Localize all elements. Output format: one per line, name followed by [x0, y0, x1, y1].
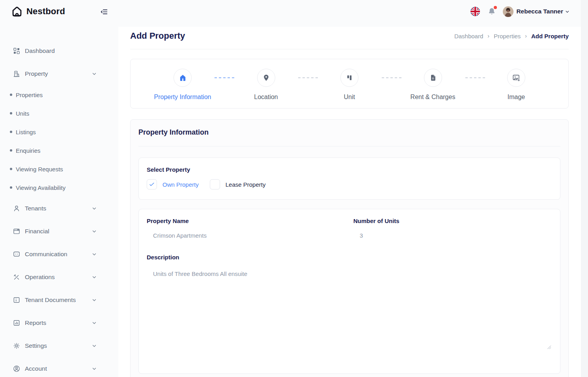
property-subnav: Properties Units Listings Enquiries View…	[0, 89, 118, 193]
sidebar-item-settings[interactable]: Settings	[0, 338, 118, 354]
chevron-down-icon	[91, 71, 97, 77]
sidebar: Nestbord Dashboard Prop	[0, 0, 118, 377]
lease-property-checkbox[interactable]	[210, 179, 220, 189]
dashboard-icon	[13, 47, 21, 55]
sidebar-subitem-viewing-availability[interactable]: Viewing Availability	[0, 182, 118, 193]
step-image[interactable]: Image	[485, 59, 548, 108]
sidebar-subitem-label: Viewing Requests	[16, 166, 63, 173]
own-property-option[interactable]: Own Property	[147, 179, 199, 189]
own-property-label: Own Property	[162, 181, 199, 188]
sidebar-subitem-enquiries[interactable]: Enquiries	[0, 144, 118, 156]
user-name[interactable]: Rebecca Tanner	[516, 8, 563, 15]
step-label: Rent & Charges	[411, 94, 455, 101]
step-location[interactable]: Location	[235, 59, 298, 108]
sidebar-item-tenants[interactable]: Tenants	[0, 201, 118, 216]
sidebar-item-reports[interactable]: Reports	[0, 315, 118, 331]
image-plus-icon	[512, 73, 521, 82]
property-name-label: Property Name	[147, 218, 345, 224]
sidebar-item-dashboard[interactable]: Dashboard	[0, 43, 118, 59]
chevron-down-icon	[91, 274, 97, 280]
sidebar-item-account[interactable]: Account	[0, 361, 118, 377]
bullet-dot	[10, 149, 12, 152]
sidebar-item-communication[interactable]: Communication	[0, 246, 118, 262]
sidebar-item-label: Settings	[25, 342, 47, 349]
sidebar-subitem-listings[interactable]: Listings	[0, 126, 118, 138]
collapse-sidebar-icon[interactable]	[100, 8, 108, 16]
section-title: Property Information	[138, 128, 560, 137]
sidebar-item-financial[interactable]: Financial	[0, 223, 118, 239]
step-label: Unit	[344, 94, 355, 101]
sidebar-subitem-label: Units	[16, 110, 29, 117]
own-property-checkbox[interactable]	[147, 179, 157, 189]
sidebar-item-label: Dashboard	[25, 47, 55, 54]
chevron-down-icon	[91, 206, 97, 211]
sidebar-item-label: Reports	[25, 319, 46, 326]
sidebar-item-property[interactable]: Property	[0, 66, 118, 82]
step-property-information[interactable]: Property Information	[151, 59, 214, 108]
building-icon	[13, 70, 21, 78]
property-information-section: Property Information Select Property Own…	[130, 119, 569, 377]
lease-property-option[interactable]: Lease Property	[210, 179, 266, 189]
sidebar-nav: Dashboard Property Properties Units	[0, 23, 118, 377]
sidebar-item-label: Financial	[25, 228, 49, 235]
chevron-down-icon[interactable]	[565, 9, 570, 14]
document-icon	[429, 74, 437, 82]
unit-blocks-icon	[345, 74, 353, 82]
number-of-units-input[interactable]	[353, 229, 552, 242]
lease-property-label: Lease Property	[226, 181, 266, 188]
user-photo-avatar[interactable]	[503, 6, 513, 17]
house-icon	[179, 74, 187, 82]
step-circle	[340, 69, 358, 87]
bar-chart-icon	[13, 319, 21, 327]
bullet-dot	[10, 94, 12, 96]
bullet-dot	[10, 168, 12, 170]
breadcrumb-properties[interactable]: Properties	[494, 33, 521, 39]
scrollbar-track[interactable]	[581, 0, 588, 377]
header-divider	[130, 49, 569, 49]
step-rent-charges[interactable]: Rent & Charges	[401, 59, 465, 108]
step-label: Image	[508, 94, 525, 101]
description-textarea[interactable]: Units of Three Bedrooms All ensuite	[147, 266, 552, 349]
step-connector	[215, 77, 234, 78]
select-property-label: Select Property	[147, 166, 552, 173]
chevron-down-icon	[91, 229, 97, 234]
sidebar-item-label: Tenant Documents	[25, 296, 76, 304]
main-content: Add Property Dashboard › Properties › Ad…	[118, 27, 581, 377]
bullet-dot	[10, 112, 12, 114]
account-icon	[13, 365, 21, 373]
sidebar-subitem-units[interactable]: Units	[0, 107, 118, 119]
sidebar-subitem-properties[interactable]: Properties	[0, 89, 118, 101]
property-name-input[interactable]	[147, 229, 345, 242]
brand[interactable]: Nestbord	[0, 0, 118, 23]
wallet-icon	[13, 227, 21, 235]
sidebar-item-label: Account	[25, 365, 47, 372]
uk-flag-icon[interactable]	[470, 7, 480, 16]
sidebar-subitem-viewing-requests[interactable]: Viewing Requests	[0, 163, 118, 175]
chevron-down-icon	[91, 366, 97, 371]
notifications-button[interactable]	[487, 7, 496, 16]
step-connector	[465, 77, 485, 78]
step-circle	[507, 69, 525, 87]
checkmark-icon	[149, 181, 155, 188]
sidebar-item-label: Property	[25, 70, 48, 77]
page-title: Add Property	[130, 31, 185, 41]
chat-icon	[13, 250, 21, 258]
tools-icon	[13, 273, 21, 281]
notification-badge	[494, 6, 497, 9]
select-property-card: Select Property Own Property Lease Prope…	[138, 158, 560, 200]
brand-name: Nestbord	[26, 6, 65, 17]
sidebar-subitem-label: Properties	[16, 92, 43, 98]
chevron-down-icon	[91, 251, 97, 257]
sidebar-item-tenant-documents[interactable]: Tenant Documents	[0, 292, 118, 308]
breadcrumb-dashboard[interactable]: Dashboard	[454, 33, 483, 39]
section-divider	[138, 146, 560, 146]
breadcrumb-current: Add Property	[531, 33, 569, 39]
gear-icon	[13, 342, 21, 350]
sidebar-subitem-label: Listings	[16, 129, 36, 135]
step-connector	[382, 77, 401, 78]
sidebar-item-operations[interactable]: Operations	[0, 269, 118, 285]
step-unit[interactable]: Unit	[318, 59, 381, 108]
step-connector	[298, 77, 318, 78]
resize-grip-icon[interactable]	[547, 345, 551, 349]
map-pin-icon	[262, 74, 270, 82]
